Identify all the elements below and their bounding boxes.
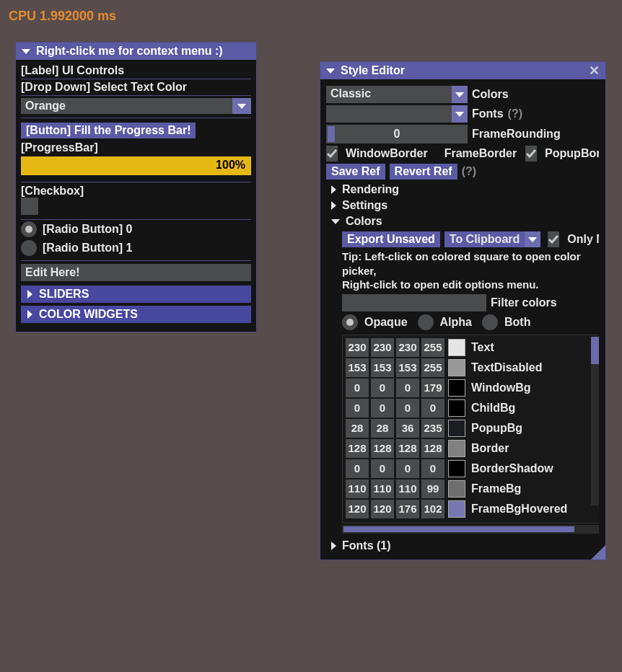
color-swatch[interactable] xyxy=(448,480,465,498)
window-ui-controls: Right-click me for context menu :) [Labe… xyxy=(15,42,257,332)
tree-label: Settings xyxy=(342,199,387,212)
window-border-label: WindowBorder xyxy=(346,147,428,160)
color-swatch[interactable] xyxy=(448,460,465,477)
color-component-input[interactable]: 0 xyxy=(346,399,369,417)
dropdown-text-color[interactable]: Orange xyxy=(21,98,251,118)
color-component-input[interactable]: 0 xyxy=(396,379,419,397)
color-swatch[interactable] xyxy=(448,379,465,397)
radio-alpha-label: Alpha xyxy=(440,316,472,329)
combo-arrow[interactable] xyxy=(525,231,540,247)
vertical-scrollbar[interactable] xyxy=(591,337,599,505)
color-widgets-header[interactable]: COLOR WIDGETS xyxy=(21,306,251,323)
popup-border-checkbox[interactable] xyxy=(525,146,537,162)
color-component-input[interactable]: 128 xyxy=(346,439,369,458)
color-component-input[interactable]: 99 xyxy=(421,479,444,498)
chevron-right-icon xyxy=(331,185,336,194)
titlebar-2[interactable]: Style Editor ✕ xyxy=(320,62,605,79)
frame-rounding-slider[interactable]: 0 xyxy=(326,125,468,143)
color-component-input[interactable]: 128 xyxy=(371,439,394,458)
color-row: 153153153255TextDisabled xyxy=(346,358,598,377)
radio-1[interactable] xyxy=(21,240,37,256)
color-component-input[interactable]: 102 xyxy=(421,500,444,518)
collapse-icon[interactable] xyxy=(326,68,335,74)
color-component-input[interactable]: 120 xyxy=(346,500,369,518)
color-component-input[interactable]: 255 xyxy=(421,358,444,377)
frame-border-label: FrameBorder xyxy=(444,147,517,160)
fonts-combo[interactable] xyxy=(326,105,468,123)
color-row: 120120176102FrameBgHovered xyxy=(346,500,598,518)
window-style-editor: Style Editor ✕ Classic Colors Fonts (?) … xyxy=(320,61,606,560)
color-component-input[interactable]: 28 xyxy=(371,419,394,438)
radio-0[interactable] xyxy=(21,221,37,237)
combo-arrow[interactable] xyxy=(452,86,468,103)
export-unsaved-button[interactable]: Export Unsaved xyxy=(342,231,440,247)
color-component-input[interactable]: 128 xyxy=(396,439,419,458)
color-component-input[interactable]: 230 xyxy=(346,338,369,357)
help-icon[interactable]: (?) xyxy=(508,107,522,120)
color-component-input[interactable]: 110 xyxy=(346,479,369,498)
color-component-input[interactable]: 28 xyxy=(346,419,369,438)
color-component-input[interactable]: 0 xyxy=(396,399,419,417)
help-icon[interactable]: (?) xyxy=(462,165,476,178)
color-component-input[interactable]: 0 xyxy=(346,379,369,397)
color-swatch[interactable] xyxy=(448,359,465,376)
window-border-checkbox[interactable] xyxy=(326,146,338,162)
collapse-icon[interactable] xyxy=(22,49,30,54)
fill-progress-button[interactable]: [Button] Fill the Progress Bar! xyxy=(21,123,196,138)
color-component-input[interactable]: 230 xyxy=(396,338,419,357)
revert-ref-button[interactable]: Revert Ref xyxy=(390,164,457,180)
color-swatch[interactable] xyxy=(448,420,465,437)
resize-grip[interactable] xyxy=(591,545,605,560)
dropdown-arrow-button[interactable] xyxy=(232,98,251,114)
save-ref-button[interactable]: Save Ref xyxy=(326,164,385,180)
filter-colors-input[interactable] xyxy=(342,294,486,311)
sliders-header[interactable]: SLIDERS xyxy=(21,286,251,303)
color-component-input[interactable]: 230 xyxy=(371,338,394,357)
text-input-edit-here[interactable]: Edit Here! xyxy=(21,264,251,281)
color-component-input[interactable]: 179 xyxy=(421,379,444,397)
color-component-input[interactable]: 153 xyxy=(396,358,419,377)
tree-fonts[interactable]: Fonts (1) xyxy=(326,538,599,554)
radio-opaque-label: Opaque xyxy=(364,316,408,329)
color-swatch[interactable] xyxy=(448,399,465,417)
color-component-input[interactable]: 0 xyxy=(346,459,369,478)
color-component-input[interactable]: 235 xyxy=(421,419,444,438)
color-component-input[interactable]: 128 xyxy=(421,439,444,458)
color-component-input[interactable]: 0 xyxy=(421,399,444,417)
color-component-input[interactable]: 110 xyxy=(371,479,394,498)
color-component-input[interactable]: 0 xyxy=(421,459,444,478)
radio-1-label: [Radio Button] 1 xyxy=(43,242,132,255)
color-component-input[interactable]: 255 xyxy=(421,338,444,357)
tree-rendering[interactable]: Rendering xyxy=(326,182,599,198)
color-swatch[interactable] xyxy=(448,500,465,518)
color-row: 0000ChildBg xyxy=(346,399,598,417)
tree-colors[interactable]: Colors xyxy=(326,213,599,229)
color-component-input[interactable]: 110 xyxy=(396,479,419,498)
color-component-input[interactable]: 36 xyxy=(396,419,419,438)
color-component-input[interactable]: 120 xyxy=(371,500,394,518)
horizontal-scrollbar[interactable] xyxy=(342,525,599,534)
titlebar-1[interactable]: Right-click me for context menu :) xyxy=(16,43,256,60)
radio-alpha[interactable] xyxy=(418,314,434,330)
color-component-input[interactable]: 0 xyxy=(371,459,394,478)
color-swatch[interactable] xyxy=(448,339,465,356)
color-component-input[interactable]: 0 xyxy=(396,459,419,478)
color-component-input[interactable]: 0 xyxy=(371,399,394,417)
color-component-input[interactable]: 176 xyxy=(396,500,419,518)
colors-label: Colors xyxy=(472,88,509,101)
only-modified-checkbox[interactable] xyxy=(548,231,559,247)
color-component-input[interactable]: 153 xyxy=(346,358,369,377)
close-icon[interactable]: ✕ xyxy=(589,66,600,76)
to-clipboard-combo[interactable]: To Clipboard xyxy=(444,231,540,247)
radio-opaque[interactable] xyxy=(342,314,358,330)
color-component-input[interactable]: 0 xyxy=(371,379,394,397)
combo-arrow[interactable] xyxy=(452,105,468,123)
slider-value: 0 xyxy=(394,128,400,141)
color-name: Border xyxy=(471,442,509,455)
color-swatch[interactable] xyxy=(448,440,465,457)
tree-settings[interactable]: Settings xyxy=(326,198,599,213)
colors-preset-combo[interactable]: Classic xyxy=(326,86,468,103)
radio-both[interactable] xyxy=(482,314,498,330)
color-component-input[interactable]: 153 xyxy=(371,358,394,377)
checkbox[interactable] xyxy=(21,198,38,215)
